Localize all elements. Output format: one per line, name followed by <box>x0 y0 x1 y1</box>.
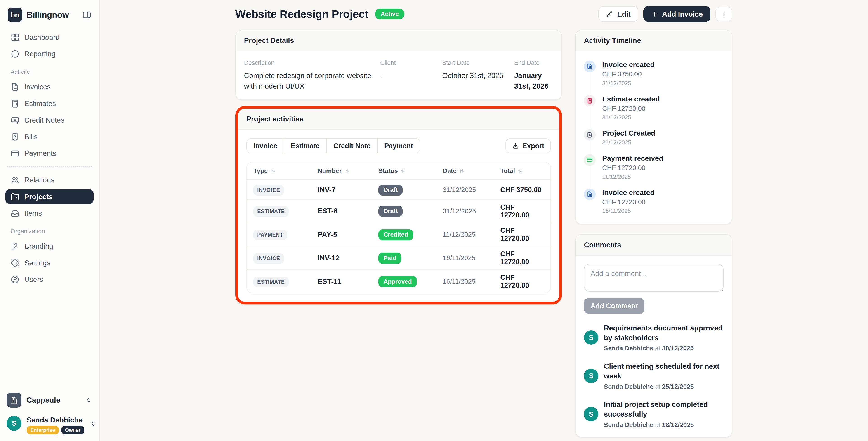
type-badge: PAYMENT <box>253 230 287 240</box>
user-circle-icon <box>11 275 20 284</box>
timeline-item: Invoice created CHF 3750.00 31/12/2025 <box>584 61 723 87</box>
right-column: Activity Timeline Invoice created CHF 37… <box>575 30 733 437</box>
kebab-menu-icon <box>720 10 727 18</box>
workspace-switcher[interactable]: Cappsule <box>6 392 92 408</box>
user-menu[interactable]: S Senda Debbiche Enterprise Owner <box>6 416 92 435</box>
table-row[interactable]: INVOICE INV-7 Draft 31/12/2025 CHF 3750.… <box>247 180 550 199</box>
unfold-icon <box>85 396 92 404</box>
comment-date: 18/12/2025 <box>662 421 694 428</box>
comment-meta: Senda Debbiche at 25/12/2025 <box>604 383 723 390</box>
comment-date: 30/12/2025 <box>662 345 694 352</box>
type-badge: ESTIMATE <box>253 206 289 217</box>
table-row[interactable]: ESTIMATE EST-11 Approved 16/11/2025 CHF … <box>247 270 550 293</box>
project-details-body: Description Complete redesign of corpora… <box>236 51 561 99</box>
table-row[interactable]: PAYMENT PAY-5 Credited 11/12/2025 CHF 12… <box>247 223 550 246</box>
left-column: Project Details Description Complete red… <box>235 30 562 305</box>
status-pill: Approved <box>378 276 417 287</box>
plan-badge: Enterprise <box>27 426 59 435</box>
column-header-total[interactable]: Total <box>500 167 544 175</box>
sidebar-item-label: Credit Notes <box>24 116 64 124</box>
tab-payment[interactable]: Payment <box>377 138 420 154</box>
column-header-number[interactable]: Number <box>318 167 378 175</box>
panel-toggle-icon <box>82 10 92 20</box>
add-invoice-button[interactable]: Add Invoice <box>643 6 710 22</box>
brand-logo-text: bn <box>11 11 19 19</box>
column-header-date[interactable]: Date <box>442 167 500 175</box>
field-client: Client - <box>380 59 433 91</box>
sidebar-item-label: Bills <box>24 133 37 141</box>
comment-item: S Client meeting scheduled for next week… <box>584 361 723 390</box>
export-button[interactable]: Export <box>505 138 551 153</box>
invoice-icon <box>584 189 595 200</box>
sidebar-item-users[interactable]: Users <box>5 272 94 287</box>
credit-note-icon <box>11 116 20 125</box>
comment-text: Client meeting scheduled for next week <box>604 361 723 381</box>
activity-timeline-body: Invoice created CHF 3750.00 31/12/2025 E… <box>576 51 732 224</box>
comment-input[interactable] <box>584 264 723 292</box>
sidebar-item-branding[interactable]: Branding <box>5 239 94 254</box>
document-type-tabs: Invoice Estimate Credit Note Payment <box>246 138 420 154</box>
sidebar-collapse-button[interactable] <box>82 10 92 20</box>
activities-toolbar: Invoice Estimate Credit Note Payment Exp… <box>246 138 551 154</box>
column-header-status[interactable]: Status <box>378 167 442 175</box>
comments-header: Comments <box>576 234 732 256</box>
type-badge: ESTIMATE <box>253 277 289 287</box>
tab-credit-note[interactable]: Credit Note <box>326 138 378 154</box>
sidebar-item-dashboard[interactable]: Dashboard <box>5 30 94 45</box>
document-date: 16/11/2025 <box>442 278 500 285</box>
highlight-ring: Project activities Invoice Estimate Cred… <box>235 106 562 304</box>
timeline-item: Estimate created CHF 12720.00 31/12/2025 <box>584 95 723 121</box>
sidebar-item-label: Settings <box>24 259 51 267</box>
export-button-label: Export <box>522 142 544 150</box>
sidebar-item-settings[interactable]: Settings <box>5 255 94 270</box>
sidebar-item-label: Items <box>24 209 42 217</box>
receipt-icon <box>11 132 20 141</box>
columns: Project Details Description Complete red… <box>235 30 733 437</box>
sidebar-item-label: Estimates <box>24 99 56 108</box>
document-date: 31/12/2025 <box>442 207 500 215</box>
sidebar-item-label: Payments <box>24 149 57 158</box>
table-row[interactable]: INVOICE INV-12 Paid 16/11/2025 CHF 12720… <box>247 246 550 270</box>
edit-button[interactable]: Edit <box>598 6 638 22</box>
role-badge: Owner <box>61 426 85 435</box>
status-pill: Draft <box>378 185 403 195</box>
file-text-icon <box>11 83 20 91</box>
column-header-type[interactable]: Type <box>253 167 318 175</box>
project-activities-body: Invoice Estimate Credit Note Payment Exp… <box>238 130 559 302</box>
sidebar-item-items[interactable]: Items <box>5 206 94 221</box>
comment-author: Senda Debbiche <box>604 421 653 428</box>
table-row[interactable]: ESTIMATE EST-8 Draft 31/12/2025 CHF 1272… <box>247 199 550 223</box>
download-icon <box>512 142 519 149</box>
sidebar: bn Billingnow Dashboard Reporting Activi… <box>0 0 100 441</box>
type-badge: INVOICE <box>253 185 284 195</box>
calculator-icon <box>11 99 20 108</box>
sidebar-item-bills[interactable]: Bills <box>5 129 94 144</box>
sidebar-item-payments[interactable]: Payments <box>5 146 94 161</box>
page-title: Website Redesign Project <box>235 8 368 20</box>
tab-invoice[interactable]: Invoice <box>246 138 284 154</box>
table-header: Type Number Status <box>247 162 550 180</box>
sidebar-item-label: Relations <box>24 176 55 184</box>
sidebar-item-relations[interactable]: Relations <box>5 173 94 188</box>
add-comment-button[interactable]: Add Comment <box>584 298 645 314</box>
sidebar-item-estimates[interactable]: Estimates <box>5 96 94 111</box>
tab-estimate[interactable]: Estimate <box>284 138 327 154</box>
document-total: CHF 12720.00 <box>500 203 544 219</box>
sidebar-footer: Cappsule S Senda Debbiche Enterprise Own… <box>6 392 92 435</box>
sidebar-item-reporting[interactable]: Reporting <box>5 46 94 61</box>
plus-icon <box>651 10 658 18</box>
avatar: S <box>584 369 598 383</box>
document-number: INV-7 <box>318 186 378 194</box>
project-activities-header: Project activities <box>238 109 559 130</box>
sort-icon <box>400 168 406 174</box>
sidebar-item-label: Invoices <box>24 83 51 91</box>
pie-chart-icon <box>11 50 20 58</box>
type-badge: INVOICE <box>253 253 284 264</box>
comment-author: Senda Debbiche <box>604 383 653 390</box>
document-total: CHF 3750.00 <box>500 186 544 194</box>
sidebar-item-credit-notes[interactable]: Credit Notes <box>5 113 94 128</box>
sidebar-item-invoices[interactable]: Invoices <box>5 80 94 94</box>
more-options-button[interactable] <box>715 7 733 22</box>
folder-icon <box>11 192 20 201</box>
sidebar-item-projects[interactable]: Projects <box>5 189 94 204</box>
